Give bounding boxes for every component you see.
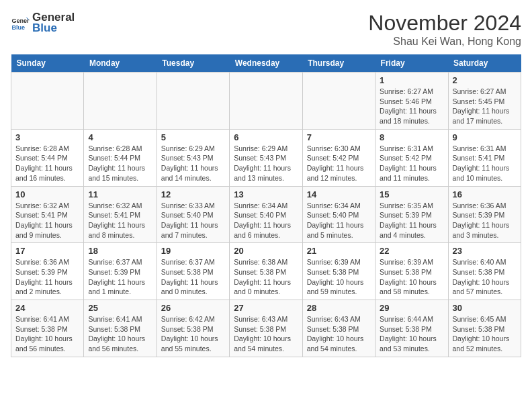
day-number: 7 bbox=[307, 132, 371, 142]
day-info: Sunrise: 6:37 AMSunset: 5:38 PMDaylight:… bbox=[161, 257, 225, 297]
day-number: 10 bbox=[15, 189, 79, 199]
day-number: 19 bbox=[161, 246, 225, 256]
calendar-cell: 9Sunrise: 6:31 AMSunset: 5:41 PMDaylight… bbox=[448, 129, 521, 186]
calendar-cell: 5Sunrise: 6:29 AMSunset: 5:43 PMDaylight… bbox=[157, 129, 229, 186]
day-info: Sunrise: 6:44 AMSunset: 5:38 PMDaylight:… bbox=[380, 314, 443, 354]
day-number: 22 bbox=[380, 246, 443, 256]
day-info: Sunrise: 6:29 AMSunset: 5:43 PMDaylight:… bbox=[234, 144, 298, 183]
logo: General Blue General Blue bbox=[11, 11, 75, 34]
day-number: 12 bbox=[161, 189, 225, 199]
day-info: Sunrise: 6:45 AMSunset: 5:38 PMDaylight:… bbox=[453, 314, 517, 354]
day-number: 16 bbox=[453, 189, 517, 199]
day-number: 17 bbox=[15, 246, 79, 256]
calendar-table: SundayMondayTuesdayWednesdayThursdayFrid… bbox=[11, 54, 521, 357]
calendar-body: 1Sunrise: 6:27 AMSunset: 5:46 PMDaylight… bbox=[11, 73, 521, 357]
svg-text:Blue: Blue bbox=[11, 24, 25, 30]
calendar-cell: 8Sunrise: 6:31 AMSunset: 5:42 PMDaylight… bbox=[375, 129, 448, 186]
day-number: 28 bbox=[307, 303, 371, 313]
day-info: Sunrise: 6:34 AMSunset: 5:40 PMDaylight:… bbox=[307, 201, 371, 240]
calendar-cell: 14Sunrise: 6:34 AMSunset: 5:40 PMDayligh… bbox=[302, 186, 375, 243]
day-number: 29 bbox=[380, 303, 443, 313]
calendar-cell: 18Sunrise: 6:37 AMSunset: 5:39 PMDayligh… bbox=[84, 243, 157, 300]
day-number: 30 bbox=[453, 303, 517, 313]
calendar-cell: 10Sunrise: 6:32 AMSunset: 5:41 PMDayligh… bbox=[11, 186, 84, 243]
day-info: Sunrise: 6:31 AMSunset: 5:42 PMDaylight:… bbox=[380, 144, 443, 183]
day-info: Sunrise: 6:31 AMSunset: 5:41 PMDaylight:… bbox=[453, 144, 517, 183]
day-info: Sunrise: 6:32 AMSunset: 5:41 PMDaylight:… bbox=[15, 201, 79, 240]
logo-line2: Blue bbox=[32, 21, 75, 35]
day-info: Sunrise: 6:43 AMSunset: 5:38 PMDaylight:… bbox=[234, 314, 298, 354]
day-info: Sunrise: 6:41 AMSunset: 5:38 PMDaylight:… bbox=[88, 314, 152, 354]
location-subtitle: Shau Kei Wan, Hong Kong bbox=[368, 36, 521, 48]
calendar-cell: 2Sunrise: 6:27 AMSunset: 5:45 PMDaylight… bbox=[448, 73, 521, 130]
day-header-wednesday: Wednesday bbox=[230, 54, 302, 73]
week-row-1: 1Sunrise: 6:27 AMSunset: 5:46 PMDaylight… bbox=[11, 73, 521, 130]
svg-text:General: General bbox=[11, 17, 30, 24]
day-info: Sunrise: 6:36 AMSunset: 5:39 PMDaylight:… bbox=[453, 201, 517, 240]
day-number: 3 bbox=[15, 132, 79, 142]
day-info: Sunrise: 6:28 AMSunset: 5:44 PMDaylight:… bbox=[88, 144, 152, 183]
calendar-cell: 20Sunrise: 6:38 AMSunset: 5:38 PMDayligh… bbox=[230, 243, 302, 300]
calendar-cell bbox=[84, 73, 157, 130]
day-info: Sunrise: 6:28 AMSunset: 5:44 PMDaylight:… bbox=[15, 144, 79, 183]
calendar-cell: 24Sunrise: 6:41 AMSunset: 5:38 PMDayligh… bbox=[11, 300, 84, 357]
day-header-friday: Friday bbox=[375, 54, 448, 73]
day-info: Sunrise: 6:32 AMSunset: 5:41 PMDaylight:… bbox=[88, 201, 152, 240]
day-info: Sunrise: 6:42 AMSunset: 5:38 PMDaylight:… bbox=[161, 314, 225, 354]
day-info: Sunrise: 6:39 AMSunset: 5:38 PMDaylight:… bbox=[307, 257, 371, 297]
week-row-3: 10Sunrise: 6:32 AMSunset: 5:41 PMDayligh… bbox=[11, 186, 521, 243]
calendar-header-row: SundayMondayTuesdayWednesdayThursdayFrid… bbox=[11, 54, 521, 73]
logo-icon: General Blue bbox=[11, 13, 30, 32]
calendar-cell: 4Sunrise: 6:28 AMSunset: 5:44 PMDaylight… bbox=[84, 129, 157, 186]
day-info: Sunrise: 6:40 AMSunset: 5:38 PMDaylight:… bbox=[453, 257, 517, 297]
day-header-monday: Monday bbox=[84, 54, 157, 73]
day-number: 24 bbox=[15, 303, 79, 313]
calendar-cell: 21Sunrise: 6:39 AMSunset: 5:38 PMDayligh… bbox=[302, 243, 375, 300]
calendar-cell: 19Sunrise: 6:37 AMSunset: 5:38 PMDayligh… bbox=[157, 243, 229, 300]
calendar-cell: 13Sunrise: 6:34 AMSunset: 5:40 PMDayligh… bbox=[230, 186, 302, 243]
day-number: 6 bbox=[234, 132, 298, 142]
day-number: 13 bbox=[234, 189, 298, 199]
calendar-cell bbox=[302, 73, 375, 130]
day-info: Sunrise: 6:27 AMSunset: 5:46 PMDaylight:… bbox=[380, 87, 443, 126]
calendar-cell: 23Sunrise: 6:40 AMSunset: 5:38 PMDayligh… bbox=[448, 243, 521, 300]
day-number: 9 bbox=[453, 132, 517, 142]
header: General Blue General Blue November 2024 … bbox=[11, 11, 521, 48]
day-number: 1 bbox=[380, 75, 443, 85]
day-number: 23 bbox=[453, 246, 517, 256]
day-number: 5 bbox=[161, 132, 225, 142]
calendar-cell: 1Sunrise: 6:27 AMSunset: 5:46 PMDaylight… bbox=[375, 73, 448, 130]
day-number: 11 bbox=[88, 189, 152, 199]
calendar-cell: 26Sunrise: 6:42 AMSunset: 5:38 PMDayligh… bbox=[157, 300, 229, 357]
calendar-cell: 30Sunrise: 6:45 AMSunset: 5:38 PMDayligh… bbox=[448, 300, 521, 357]
day-number: 4 bbox=[88, 132, 152, 142]
day-number: 25 bbox=[88, 303, 152, 313]
day-info: Sunrise: 6:35 AMSunset: 5:39 PMDaylight:… bbox=[380, 201, 443, 240]
calendar-cell: 3Sunrise: 6:28 AMSunset: 5:44 PMDaylight… bbox=[11, 129, 84, 186]
calendar-cell: 29Sunrise: 6:44 AMSunset: 5:38 PMDayligh… bbox=[375, 300, 448, 357]
day-info: Sunrise: 6:41 AMSunset: 5:38 PMDaylight:… bbox=[15, 314, 79, 354]
calendar-cell: 16Sunrise: 6:36 AMSunset: 5:39 PMDayligh… bbox=[448, 186, 521, 243]
calendar-cell: 15Sunrise: 6:35 AMSunset: 5:39 PMDayligh… bbox=[375, 186, 448, 243]
calendar-cell: 6Sunrise: 6:29 AMSunset: 5:43 PMDaylight… bbox=[230, 129, 302, 186]
day-info: Sunrise: 6:27 AMSunset: 5:45 PMDaylight:… bbox=[453, 87, 517, 126]
calendar-cell: 22Sunrise: 6:39 AMSunset: 5:38 PMDayligh… bbox=[375, 243, 448, 300]
day-number: 2 bbox=[453, 75, 517, 85]
month-title: November 2024 bbox=[368, 11, 521, 36]
calendar-cell: 27Sunrise: 6:43 AMSunset: 5:38 PMDayligh… bbox=[230, 300, 302, 357]
day-info: Sunrise: 6:29 AMSunset: 5:43 PMDaylight:… bbox=[161, 144, 225, 183]
day-header-thursday: Thursday bbox=[302, 54, 375, 73]
title-area: November 2024 Shau Kei Wan, Hong Kong bbox=[368, 11, 521, 48]
calendar-cell: 25Sunrise: 6:41 AMSunset: 5:38 PMDayligh… bbox=[84, 300, 157, 357]
calendar-cell: 11Sunrise: 6:32 AMSunset: 5:41 PMDayligh… bbox=[84, 186, 157, 243]
day-number: 14 bbox=[307, 189, 371, 199]
day-info: Sunrise: 6:33 AMSunset: 5:40 PMDaylight:… bbox=[161, 201, 225, 240]
week-row-5: 24Sunrise: 6:41 AMSunset: 5:38 PMDayligh… bbox=[11, 300, 521, 357]
day-info: Sunrise: 6:37 AMSunset: 5:39 PMDaylight:… bbox=[88, 257, 152, 297]
calendar-cell bbox=[157, 73, 229, 130]
day-info: Sunrise: 6:38 AMSunset: 5:38 PMDaylight:… bbox=[234, 257, 298, 297]
week-row-4: 17Sunrise: 6:36 AMSunset: 5:39 PMDayligh… bbox=[11, 243, 521, 300]
day-info: Sunrise: 6:30 AMSunset: 5:42 PMDaylight:… bbox=[307, 144, 371, 183]
day-header-sunday: Sunday bbox=[11, 54, 84, 73]
day-number: 8 bbox=[380, 132, 443, 142]
